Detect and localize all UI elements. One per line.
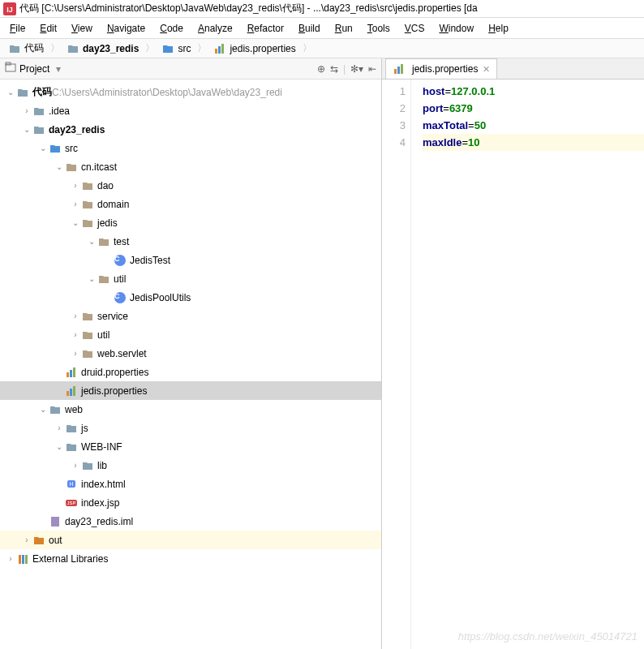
tree-row[interactable]: ›js [0,419,381,437]
code-line[interactable]: maxIdle=10 [423,134,644,151]
tree-row[interactable]: ›.idea [0,101,381,120]
file-jsp-icon: JSP [65,496,78,509]
code-line[interactable]: port=6379 [423,100,644,117]
tree-label: test [114,236,129,247]
tree-row[interactable]: JSPindex.jsp [0,493,381,512]
tree-row[interactable]: ›External Libraries [0,549,381,568]
breadcrumb-item[interactable]: day23_redis [62,41,144,57]
tree-row[interactable]: ›web.servlet [0,344,381,363]
folder-icon [67,42,79,55]
gear-icon[interactable]: ✻▾ [350,63,363,75]
hide-icon[interactable]: ⇤ [368,63,376,75]
menu-code[interactable]: Code [153,21,190,36]
chevron-down-icon[interactable]: ⌄ [70,218,81,227]
chevron-right-icon[interactable]: › [21,535,32,544]
tree-label: web.servlet [97,348,147,359]
menu-view[interactable]: View [65,21,99,36]
tree-row[interactable]: ›service [0,307,381,325]
collapse-icon[interactable]: ⇆ [330,63,338,75]
tree-row[interactable]: ⌄jedis [0,213,381,232]
svg-rect-9 [73,367,75,377]
tree-row[interactable]: day23_redis.iml [0,512,381,531]
chevron-down-icon[interactable]: ⌄ [37,144,49,153]
tree-row[interactable]: ⌄WEB-INF [0,437,381,456]
breadcrumb-item[interactable]: jedis.properties [208,41,300,57]
folder-icon [32,105,45,118]
menu-help[interactable]: Help [482,21,515,36]
chevron-down-icon[interactable]: ⌄ [86,274,97,283]
chevron-right-icon[interactable]: › [70,330,81,339]
tree-row[interactable]: druid.properties [0,363,381,381]
chevron-right-icon[interactable]: › [21,106,32,115]
tree-label: index.html [81,479,126,490]
folder-icon [81,459,94,472]
menu-edit[interactable]: Edit [33,21,63,36]
code-area[interactable]: 1234 host=127.0.0.1port=6379maxTotal=50m… [382,80,644,649]
code-line[interactable]: maxTotal=50 [423,117,644,134]
chevron-right-icon[interactable]: › [70,349,81,358]
chevron-down-icon[interactable]: ⌄ [37,405,49,414]
menu-run[interactable]: Run [328,21,359,36]
chevron-right-icon[interactable]: › [70,200,81,208]
folder-icon [65,422,78,435]
tree-label: out [49,535,62,546]
menu-window[interactable]: Window [432,21,480,36]
tree-row[interactable]: jedis.properties [0,381,381,400]
chevron-down-icon[interactable]: ⌄ [54,442,65,451]
tree-row[interactable]: ⌄cn.itcast [0,157,381,176]
file-prop-icon [213,42,226,55]
menu-tools[interactable]: Tools [361,21,397,36]
code[interactable]: host=127.0.0.1port=6379maxTotal=50maxIdl… [411,80,644,649]
svg-rect-10 [67,391,69,396]
line-number: 1 [382,83,406,100]
svg-rect-13 [51,517,59,527]
tree-row[interactable]: ›util [0,325,381,344]
chevron-right-icon: 〉 [50,41,60,55]
code-line[interactable]: host=127.0.0.1 [423,83,644,100]
tree-row[interactable]: CJedisPoolUtils [0,288,381,307]
menu-analyze[interactable]: Analyze [191,21,239,36]
class-icon: C [114,291,127,304]
dropdown-icon[interactable]: ▾ [56,63,61,75]
chevron-down-icon[interactable]: ⌄ [54,162,65,171]
tree-label: util [114,273,126,285]
tree-row[interactable]: ›lib [0,456,381,475]
tree-row[interactable]: ⌄web [0,400,381,419]
tree-row[interactable]: ⌄src [0,139,381,157]
chevron-right-icon[interactable]: › [70,461,81,470]
menu-file[interactable]: File [3,21,32,36]
chevron-right-icon[interactable]: › [54,423,65,432]
tree-row[interactable]: ⌄代码 C:\Users\Administrator\Desktop\JavaW… [0,83,381,101]
project-sidebar: Project ▾ ⊕ ⇆ | ✻▾ ⇤ ⌄代码 C:\Users\Admini… [0,58,382,649]
tab-jedis-properties[interactable]: jedis.properties ✕ [385,58,497,79]
close-icon[interactable]: ✕ [483,64,490,75]
menu-vcs[interactable]: VCS [398,21,431,36]
tree-row[interactable]: Hindex.html [0,475,381,493]
chevron-down-icon[interactable]: ⌄ [21,125,32,134]
gutter: 1234 [382,80,411,649]
tree-row[interactable]: CJedisTest [0,251,381,269]
chevron-right-icon[interactable]: › [5,554,16,563]
chevron-down-icon[interactable]: ⌄ [5,88,16,97]
tree-label: JedisTest [130,255,170,266]
chevron-down-icon[interactable]: ⌄ [86,237,97,246]
chevron-right-icon[interactable]: › [70,312,81,320]
tree-row[interactable]: ⌄test [0,232,381,251]
tree-row[interactable]: ›out [0,531,381,549]
folder-icon [16,86,29,99]
menu-build[interactable]: Build [292,21,327,36]
tree-label: web [65,404,83,415]
target-icon[interactable]: ⊕ [317,63,325,75]
tree-label: js [81,423,88,434]
breadcrumb-item[interactable]: src [157,41,195,57]
tree-row[interactable]: ›domain [0,195,381,213]
tree-row[interactable]: ⌄util [0,269,381,288]
breadcrumb-item[interactable]: 代码 [3,41,49,57]
tree-row[interactable]: ›dao [0,176,381,195]
menu-navigate[interactable]: Navigate [101,21,152,36]
tree-row[interactable]: ⌄day23_redis [0,120,381,139]
svg-text:IJ: IJ [6,6,13,14]
chevron-right-icon[interactable]: › [70,181,81,190]
project-tree[interactable]: ⌄代码 C:\Users\Administrator\Desktop\JavaW… [0,80,381,649]
menu-refactor[interactable]: Refactor [241,21,290,36]
